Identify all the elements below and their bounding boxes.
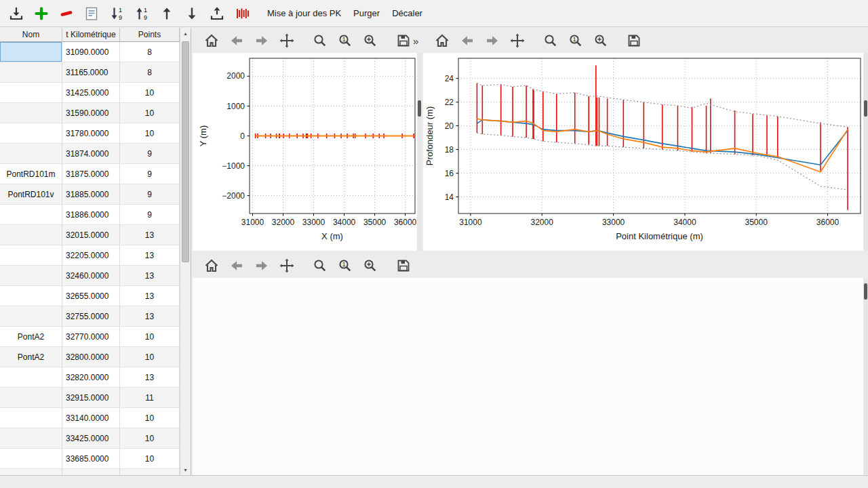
column-header-nom[interactable]: Nom (0, 28, 62, 41)
cell-nom[interactable] (0, 62, 62, 83)
move-up-button[interactable] (157, 4, 176, 23)
cell-points[interactable]: 8 (120, 62, 180, 83)
cell-pk[interactable]: 32770.0000 (62, 327, 120, 347)
update-pk-button[interactable]: Mise à jour des PK (261, 5, 347, 22)
cell-points[interactable]: 13 (120, 245, 180, 266)
bottom-panel-scrollbar[interactable] (863, 278, 868, 475)
cell-pk[interactable]: 33140.0000 (62, 408, 120, 428)
forward-button[interactable] (252, 31, 271, 50)
cell-pk[interactable]: 31425.0000 (62, 83, 120, 103)
cell-nom[interactable]: PontA2 (0, 327, 62, 347)
xy-panel-scrollbar[interactable] (417, 53, 422, 251)
cell-points[interactable]: 9 (120, 184, 180, 205)
home-button[interactable] (433, 31, 452, 50)
cell-nom[interactable]: PontRD101v (0, 184, 62, 205)
pan-button[interactable] (277, 31, 296, 50)
cell-nom[interactable] (0, 144, 62, 164)
cell-nom[interactable] (0, 286, 62, 306)
cell-points[interactable]: 10 (120, 347, 180, 367)
bottom-panel-scrollbar-thumb[interactable] (864, 283, 867, 300)
remove-button[interactable] (57, 4, 76, 23)
cell-pk[interactable]: 32820.0000 (62, 367, 120, 388)
back-button[interactable] (227, 256, 246, 275)
pan-button[interactable] (508, 31, 527, 50)
forward-button[interactable] (483, 31, 502, 50)
profile-plot-figure[interactable]: 3100032000330003400035000360001416182022… (423, 53, 863, 251)
save-button[interactable] (394, 31, 413, 50)
cell-empty[interactable] (120, 469, 180, 475)
cell-points[interactable]: 10 (120, 83, 180, 103)
selected-cell[interactable] (0, 42, 62, 62)
cell-points[interactable]: 13 (120, 266, 180, 286)
zoom-one-button[interactable]: 1 (336, 31, 355, 50)
save-button[interactable] (394, 256, 413, 275)
cell-points[interactable]: 13 (120, 367, 180, 388)
cell-points[interactable]: 9 (120, 164, 180, 184)
cell-nom[interactable] (0, 367, 62, 388)
cell-nom[interactable] (0, 225, 62, 245)
table-scrollbar[interactable]: ▲ ▼ (180, 28, 191, 475)
cell-pk[interactable]: 33425.0000 (62, 428, 120, 449)
scroll-down-button[interactable]: ▼ (180, 464, 191, 475)
profile-panel-scrollbar-thumb[interactable] (864, 100, 867, 117)
move-down-button[interactable] (182, 4, 201, 23)
cell-pk[interactable]: 31885.0000 (62, 184, 120, 205)
cell-pk[interactable]: 32800.0000 (62, 347, 120, 367)
pan-button[interactable] (277, 256, 296, 275)
profile-panel-scrollbar[interactable] (863, 53, 868, 251)
cell-points[interactable]: 10 (120, 449, 180, 469)
cell-pk[interactable]: 32755.0000 (62, 306, 120, 327)
cell-pk[interactable]: 31590.0000 (62, 103, 120, 123)
forward-button[interactable] (252, 256, 271, 275)
cell-points[interactable]: 10 (120, 408, 180, 428)
cell-pk[interactable]: 32205.0000 (62, 245, 120, 266)
zoom-button[interactable] (541, 31, 560, 50)
cell-nom[interactable] (0, 449, 62, 469)
cell-nom[interactable] (0, 388, 62, 408)
home-button[interactable] (202, 31, 221, 50)
home-button[interactable] (202, 256, 221, 275)
zoom-button[interactable] (311, 256, 330, 275)
cell-pk[interactable]: 31886.0000 (62, 205, 120, 225)
cell-pk[interactable]: 32655.0000 (62, 286, 120, 306)
cell-pk[interactable]: 33685.0000 (62, 449, 120, 469)
back-button[interactable] (227, 31, 246, 50)
zoom-marked-button[interactable] (591, 31, 610, 50)
sort-asc-button[interactable]: 19 (132, 4, 151, 23)
cell-pk[interactable]: 31874.0000 (62, 144, 120, 164)
zoom-one-button[interactable]: 1 (336, 256, 355, 275)
cell-points[interactable]: 13 (120, 286, 180, 306)
cell-nom[interactable] (0, 428, 62, 449)
cell-nom[interactable] (0, 103, 62, 123)
form-button[interactable] (82, 4, 101, 23)
scroll-up-button[interactable]: ▲ (180, 28, 191, 39)
cell-pk[interactable]: 32015.0000 (62, 225, 120, 245)
shift-button[interactable]: Décaler (386, 5, 429, 22)
xy-plot-canvas[interactable]: 310003200033000340003500036000−2000−1000… (193, 53, 417, 251)
profile-plot-canvas[interactable]: 3100032000330003400035000360001416182022… (423, 53, 863, 251)
cell-points[interactable]: 10 (120, 123, 180, 144)
import-button[interactable] (7, 4, 26, 23)
cell-points[interactable]: 11 (120, 388, 180, 408)
zoom-one-button[interactable]: 1 (566, 31, 585, 50)
table-scrollbar-thumb[interactable] (182, 41, 189, 262)
add-button[interactable] (32, 4, 51, 23)
export-button[interactable] (208, 4, 226, 23)
zoom-button[interactable] (311, 31, 330, 50)
xy-panel-scrollbar-thumb[interactable] (418, 100, 421, 117)
column-header-pk[interactable]: t Kilométrique (62, 28, 120, 41)
cell-empty[interactable] (0, 469, 62, 475)
cell-nom[interactable]: PontA2 (0, 347, 62, 367)
cell-points[interactable]: 10 (120, 103, 180, 123)
xy-plot-figure[interactable]: 310003200033000340003500036000−2000−1000… (193, 53, 417, 251)
cell-empty[interactable] (62, 469, 120, 475)
toolbar-overflow-button[interactable]: » (413, 35, 424, 47)
cell-points[interactable]: 10 (120, 428, 180, 449)
cell-nom[interactable]: PontRD101m (0, 164, 62, 184)
cell-nom[interactable] (0, 205, 62, 225)
cell-pk[interactable]: 31780.0000 (62, 123, 120, 144)
column-header-points[interactable]: Points (120, 28, 180, 41)
purge-button[interactable]: Purger (347, 5, 386, 22)
zoom-marked-button[interactable] (361, 31, 380, 50)
back-button[interactable] (458, 31, 477, 50)
